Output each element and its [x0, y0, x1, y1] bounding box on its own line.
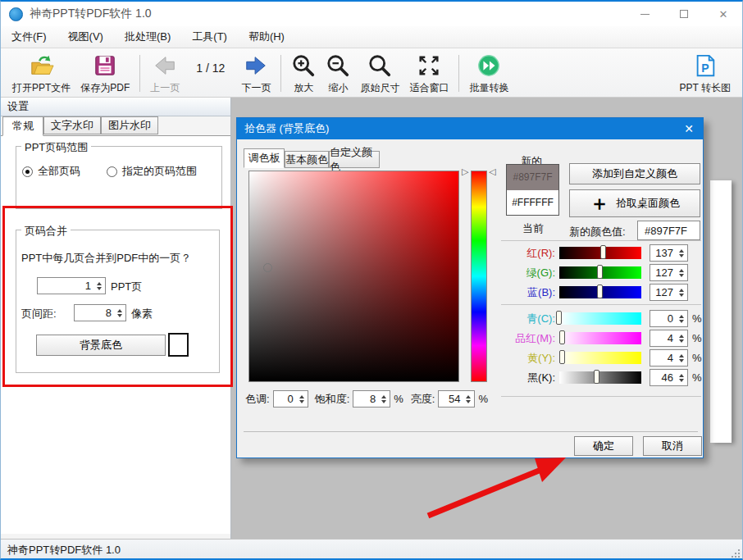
- menu-help[interactable]: 帮助(H): [238, 26, 295, 48]
- blue-value-stepper[interactable]: 127: [650, 284, 688, 301]
- slider-thumb[interactable]: [594, 370, 599, 384]
- slider-thumb[interactable]: [559, 330, 565, 344]
- add-to-custom-button[interactable]: 添加到自定义颜色: [569, 163, 700, 184]
- pick-desktop-color-button[interactable]: ＋ 拾取桌面颜色: [569, 189, 700, 217]
- tab-general[interactable]: 常规: [2, 116, 43, 136]
- stepper-arrows-icon[interactable]: [381, 391, 386, 407]
- radio-custom-range[interactable]: 指定的页码范围: [107, 164, 197, 179]
- batch-convert-icon: [476, 53, 501, 80]
- black-slider[interactable]: [559, 371, 641, 384]
- slider-thumb[interactable]: [600, 245, 606, 259]
- open-ppt-button[interactable]: 打开PPT文件: [7, 52, 75, 95]
- maximize-icon: [680, 10, 688, 18]
- new-color-value-input[interactable]: #897F7F: [637, 221, 700, 240]
- stepper-arrows-icon[interactable]: [679, 245, 684, 261]
- cyan-slider[interactable]: [559, 312, 641, 325]
- hue-slider-left-marker-icon[interactable]: ▷: [462, 167, 468, 175]
- slider-thumb[interactable]: [556, 311, 562, 325]
- stepper-arrows-icon[interactable]: [679, 330, 684, 346]
- cancel-button[interactable]: 取消: [643, 436, 702, 456]
- dialog-title: 拾色器 (背景底色): [244, 121, 329, 136]
- current-color-swatch: #FFFFFF: [507, 190, 558, 216]
- ppt-long-image-button[interactable]: P PPT 转长图: [675, 52, 736, 95]
- fit-window-button[interactable]: 适合窗口: [404, 52, 454, 95]
- cyan-value-stepper[interactable]: 0: [650, 310, 688, 327]
- minimize-button[interactable]: [631, 3, 659, 25]
- blue-channel-row: 蓝(B): 127: [504, 284, 703, 301]
- green-slider[interactable]: [559, 266, 641, 279]
- dialog-close-button[interactable]: ✕: [675, 118, 703, 139]
- pages-per-sheet-stepper[interactable]: 1: [37, 277, 106, 294]
- stepper-arrows-icon[interactable]: [679, 350, 684, 366]
- saturation-value-palette[interactable]: [248, 171, 459, 382]
- stepper-arrows-icon[interactable]: [117, 305, 122, 321]
- red-slider[interactable]: [559, 247, 641, 259]
- page-gap-stepper[interactable]: 8: [74, 304, 126, 321]
- red-channel-row: 红(R): 137: [504, 244, 703, 262]
- black-value-stepper[interactable]: 46: [650, 369, 688, 386]
- tab-pane-general: PPT页码范围 全部页码 指定的页码范围 页码合并 PPT中每几页合并到PDF中…: [1, 135, 230, 534]
- background-color-swatch[interactable]: [168, 333, 189, 357]
- merge-question: PPT中每几页合并到PDF中的一页？: [21, 251, 191, 266]
- new-color-swatch: #897F7F: [507, 165, 558, 190]
- green-value-stepper[interactable]: 127: [650, 264, 688, 281]
- settings-panel: 设置 常规 文字水印 图片水印 PPT页码范围 全部页码 指定的页码范围 页码合…: [1, 98, 231, 539]
- next-page-button[interactable]: 下一页: [236, 52, 276, 95]
- hue-slider-right-marker-icon[interactable]: ◁: [489, 167, 495, 175]
- tab-custom-colors[interactable]: 自定义颜色: [329, 151, 380, 168]
- ok-button[interactable]: 确定: [574, 436, 633, 456]
- magenta-value-stepper[interactable]: 4: [650, 330, 688, 347]
- status-bar: 神奇PPT转PDF软件 1.0: [1, 539, 742, 560]
- save-pdf-button[interactable]: 保存为PDF: [75, 52, 134, 95]
- slider-thumb[interactable]: [597, 285, 603, 298]
- stepper-arrows-icon[interactable]: [299, 391, 304, 407]
- menu-view[interactable]: 视图(V): [57, 26, 114, 48]
- prev-page-button[interactable]: 上一页: [145, 52, 185, 95]
- status-text: 神奇PPT转PDF软件 1.0: [7, 543, 121, 558]
- luminance-stepper[interactable]: 54: [438, 390, 475, 407]
- blue-slider[interactable]: [559, 286, 641, 298]
- maximize-button[interactable]: [670, 3, 698, 25]
- zoom-out-button[interactable]: 缩小: [321, 52, 355, 95]
- app-icon: [9, 7, 23, 21]
- black-channel-row: 黑(K): 46 %: [504, 369, 703, 386]
- actual-size-button[interactable]: 原始尺寸: [355, 52, 404, 95]
- tab-palette[interactable]: 调色板: [244, 148, 285, 168]
- stepper-arrows-icon[interactable]: [679, 370, 684, 385]
- resize-grip-icon[interactable]: [731, 549, 741, 558]
- hue-bar[interactable]: [471, 171, 487, 382]
- slider-thumb[interactable]: [597, 265, 603, 279]
- zoom-in-button[interactable]: 放大: [286, 52, 321, 95]
- red-value-stepper[interactable]: 137: [650, 244, 688, 262]
- menu-tools[interactable]: 工具(T): [181, 26, 238, 48]
- menu-batch[interactable]: 批处理(B): [114, 26, 181, 48]
- background-color-button[interactable]: 背景底色: [36, 335, 166, 356]
- hue-stepper[interactable]: 0: [273, 390, 308, 407]
- yellow-slider[interactable]: [559, 352, 641, 364]
- tab-basic-colors[interactable]: 基本颜色: [285, 151, 329, 168]
- current-color-label: 当前: [522, 221, 544, 236]
- magnifier-icon: [367, 53, 392, 80]
- open-folder-icon: [30, 53, 54, 80]
- close-button[interactable]: ✕: [709, 3, 737, 25]
- saturation-stepper[interactable]: 8: [353, 390, 390, 407]
- prev-arrow-icon: [153, 53, 177, 80]
- radio-all-pages[interactable]: 全部页码: [22, 164, 80, 179]
- tab-image-watermark[interactable]: 图片水印: [101, 116, 158, 134]
- menu-bar: 文件(F) 视图(V) 批处理(B) 工具(T) 帮助(H): [1, 26, 742, 48]
- tab-text-watermark[interactable]: 文字水印: [43, 116, 101, 134]
- stepper-arrows-icon[interactable]: [679, 311, 684, 326]
- saturation-unit: %: [394, 393, 403, 405]
- stepper-arrows-icon[interactable]: [97, 278, 102, 294]
- yellow-value-stepper[interactable]: 4: [650, 349, 688, 367]
- color-compare-swatches: #897F7F #FFFFFF: [506, 164, 559, 216]
- slider-thumb[interactable]: [559, 350, 565, 364]
- stepper-arrows-icon[interactable]: [679, 285, 684, 300]
- batch-convert-button[interactable]: 批量转换: [464, 52, 513, 95]
- magenta-slider[interactable]: [559, 332, 641, 344]
- palette-selection-marker[interactable]: [263, 263, 272, 272]
- stepper-arrows-icon[interactable]: [679, 265, 684, 280]
- stepper-arrows-icon[interactable]: [466, 391, 471, 407]
- dialog-title-bar[interactable]: 拾色器 (背景底色): [237, 118, 703, 139]
- menu-file[interactable]: 文件(F): [1, 26, 57, 48]
